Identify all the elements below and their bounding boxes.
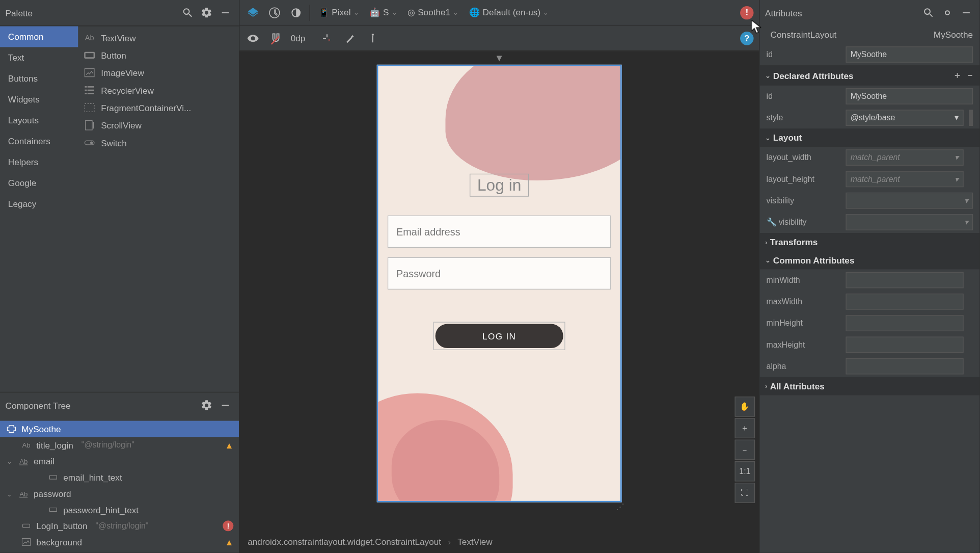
palette-item[interactable]: RecyclerView [78,82,239,99]
palette-item[interactable]: ScrollView [78,117,239,134]
section-common[interactable]: ⌄ Common Attributes [759,251,979,270]
section-all[interactable]: › All Attributes [759,377,979,396]
tree-row[interactable]: background ▲ [0,534,239,550]
svg-rect-14 [222,405,229,406]
breadcrumb-item[interactable]: TextView [457,536,492,546]
palette-cat-containers[interactable]: Containers [0,130,78,151]
theme-picker[interactable]: ◎ Soothe1 ⌄ [405,8,461,18]
more-icon[interactable] [969,110,973,126]
search-icon[interactable] [180,5,196,21]
warning-icon[interactable]: ▲ [225,537,233,547]
chevron-down-icon: ⌄ [765,134,771,142]
palette-cat-buttons[interactable]: Buttons [0,68,78,89]
palette-item[interactable]: FragmentContainerVi... [78,99,239,116]
text-icon: Ab [20,439,33,451]
attr-select[interactable]: ▾ [846,214,973,230]
preview-email-input[interactable]: Email address [388,216,611,248]
tree-row[interactable]: email_hint_text [0,469,239,486]
attr-input[interactable]: MySoothe [846,88,973,104]
orientation-icon[interactable] [266,5,283,21]
guidelines-icon[interactable] [365,30,381,46]
palette-item[interactable]: Button [78,46,239,64]
constraint-icon [6,423,18,435]
palette-item[interactable]: ImageView [78,64,239,81]
tree-row[interactable]: LogIn_button "@string/login" ! [0,518,239,534]
preview-login-button[interactable]: LOG IN [435,324,563,348]
zoom-out-icon[interactable]: － [735,440,755,460]
attr-select[interactable]: ▾ [846,193,973,209]
minimize-icon[interactable] [217,397,234,413]
attr-input[interactable] [846,294,963,310]
remove-icon[interactable]: － [966,69,974,82]
error-icon[interactable]: ! [223,520,233,531]
tree-row[interactable]: Ab title_login "@string/login" ▲ [0,437,239,453]
pan-icon[interactable]: ✋ [735,397,755,417]
clear-constraints-icon[interactable]: x [319,30,335,46]
attributes-title: Attributes [765,8,802,18]
zoom-fit-icon[interactable]: ⛶ [735,483,755,503]
magic-wand-icon[interactable] [342,30,358,46]
zoom-in-icon[interactable]: ＋ [735,418,755,438]
palette-item[interactable]: AbTextView [78,29,239,46]
svg-rect-7 [85,93,87,94]
palette-cat-google[interactable]: Google [0,172,78,193]
section-layout[interactable]: ⌄ Layout [759,128,979,147]
search-icon[interactable] [920,5,937,21]
palette-cat-widgets[interactable]: Widgets [0,89,78,110]
chevron-down-icon: ▾ [955,174,959,183]
locale-picker[interactable]: 🌐 Default (en-us) ⌄ [467,8,551,18]
svg-text:x: x [328,37,331,42]
eye-icon[interactable] [245,30,261,46]
preview-password-input[interactable]: Password [388,257,611,289]
warning-icon[interactable]: ▲ [225,440,233,450]
tree-row[interactable]: ⌄ Ab password [0,485,239,502]
rect-icon [47,471,59,484]
palette-item[interactable]: Switch [78,134,239,151]
attr-id-input[interactable]: MySoothe [846,46,973,63]
top-handle-icon[interactable]: ▼ [495,52,504,63]
minimize-icon[interactable] [217,5,234,21]
attr-select[interactable]: match_parent▾ [846,171,963,188]
preview-title[interactable]: Log in [470,174,528,197]
chevron-down-icon[interactable]: ⌄ [6,458,14,465]
section-declared[interactable]: ⌄ Declared Attributes ＋－ [759,65,979,86]
palette-cat-legacy[interactable]: Legacy [0,193,78,214]
tree-row[interactable]: password_hint_text [0,502,239,518]
night-icon[interactable] [288,5,304,21]
attr-select[interactable]: @style/base▾ [846,110,963,126]
gear-icon[interactable] [939,5,956,21]
preview-login-wrap[interactable]: LOG IN [433,322,565,350]
zoom-actual-icon[interactable]: 1:1 [735,461,755,482]
minimize-icon[interactable] [958,5,974,21]
attr-input[interactable] [846,358,963,375]
attr-input[interactable] [846,272,963,288]
api-picker[interactable]: 🤖 S ⌄ [367,8,399,18]
layers-icon[interactable] [245,5,261,21]
palette-cat-helpers[interactable]: Helpers [0,151,78,172]
attr-row-id: id MySoothe [759,44,979,65]
device-picker[interactable]: 📱 Pixel ⌄ [316,8,362,18]
chevron-down-icon[interactable]: ⌄ [6,490,14,497]
attr-select[interactable]: match_parent▾ [846,149,963,166]
gear-icon[interactable] [199,397,215,413]
svg-rect-23 [963,12,970,13]
add-icon[interactable]: ＋ [953,69,962,82]
magnet-off-icon[interactable] [268,30,284,46]
resize-handle-icon[interactable]: ⋰ [616,502,624,512]
breadcrumb-item[interactable]: androidx.constraintlayout.widget.Constra… [248,536,441,546]
gear-icon[interactable] [199,5,215,21]
palette-cat-text[interactable]: Text [0,47,78,68]
svg-rect-15 [49,476,57,479]
svg-rect-0 [222,12,229,13]
error-badge-icon[interactable]: ! [740,6,753,19]
device-preview[interactable]: Log in Email address Password LOG IN [377,65,622,503]
section-transforms[interactable]: › Transforms [759,233,979,251]
tree-root[interactable]: MySoothe [0,421,239,437]
palette-cat-common[interactable]: Common [0,27,78,47]
attr-input[interactable] [846,337,963,353]
palette-cat-layouts[interactable]: Layouts [0,110,78,130]
design-canvas[interactable]: ▼ Log in Email address Password LOG IN ⋰ [239,51,759,530]
default-margin[interactable]: 0dp [291,33,306,43]
attr-input[interactable] [846,315,963,331]
tree-row[interactable]: ⌄ Ab email [0,453,239,469]
